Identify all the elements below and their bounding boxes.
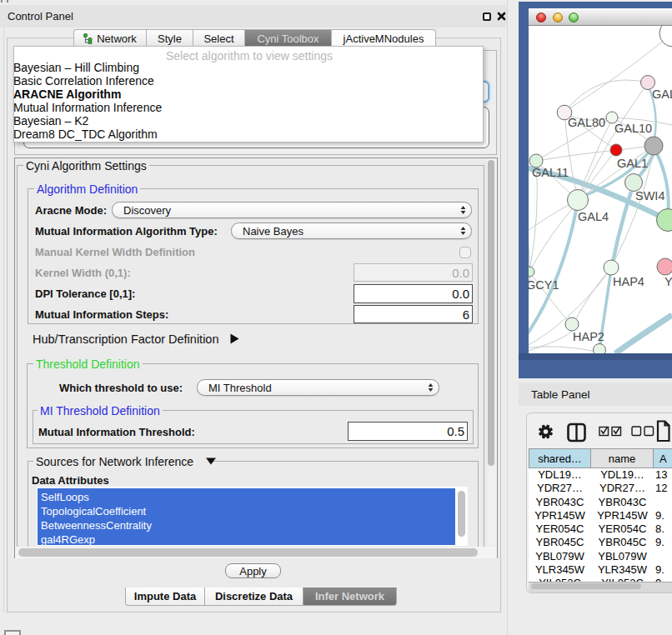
svg-text:HAP2: HAP2 bbox=[573, 330, 604, 343]
svg-text:GAL1: GAL1 bbox=[617, 157, 648, 170]
svg-text:SWI4: SWI4 bbox=[635, 189, 664, 202]
svg-text:GAL80: GAL80 bbox=[568, 116, 605, 129]
svg-text:GAL7: GAL7 bbox=[652, 88, 672, 101]
svg-text:YM: YM bbox=[664, 275, 672, 288]
svg-text:HAP4: HAP4 bbox=[613, 275, 644, 288]
svg-text:GAL11: GAL11 bbox=[532, 166, 569, 179]
svg-text:GCY1: GCY1 bbox=[529, 278, 559, 292]
svg-text:GAL10: GAL10 bbox=[614, 122, 652, 135]
svg-text:GAL4: GAL4 bbox=[578, 210, 609, 223]
